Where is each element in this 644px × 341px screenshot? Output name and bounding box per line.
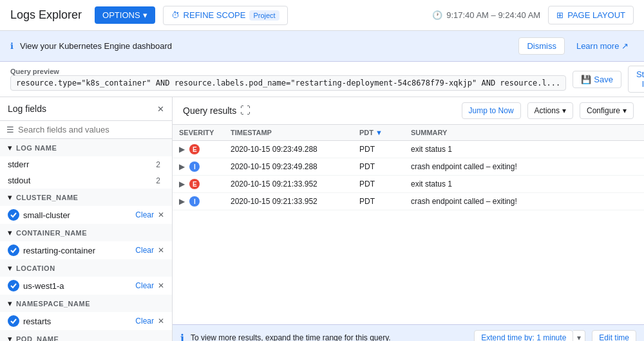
banner-text: View your Kubernetes Engine dashboard: [20, 41, 512, 51]
table-row[interactable]: ▶ I 2020-10-15 09:23:49.288 PDT crash en…: [173, 158, 644, 176]
content-header: Query results ⛶ Jump to Now Actions Conf…: [173, 97, 644, 125]
clear-namespace-button[interactable]: Clear: [135, 317, 154, 326]
section-label-cluster-name: CLUSTER_NAME: [16, 194, 78, 201]
sort-desc-icon: ▼: [375, 129, 383, 136]
field-name-location: us-west1-a: [23, 281, 131, 291]
query-bar: Query preview resource.type="k8s_contain…: [0, 62, 644, 97]
edit-time-button[interactable]: Edit time: [592, 330, 636, 341]
section-log-name[interactable]: LOG NAME: [0, 139, 172, 156]
check-circle-cluster: [8, 209, 19, 221]
section-label-log-name: LOG NAME: [16, 144, 57, 152]
field-stdout[interactable]: stdout 2: [0, 172, 172, 189]
cell-timestamp: 2020-10-15 09:23:49.288: [224, 141, 353, 158]
cell-pdt: PDT: [353, 141, 404, 158]
query-preview-label: Query preview: [10, 68, 566, 75]
app-title: Logs Explorer: [10, 8, 82, 22]
chevron-down-icon: [143, 10, 147, 20]
options-button[interactable]: OPTIONS: [95, 6, 155, 24]
page-layout-label: PAGE LAYOUT: [567, 10, 625, 20]
chevron-down-icon: [562, 106, 566, 115]
table-row[interactable]: ▶ I 2020-10-15 09:21:33.952 PDT crash en…: [173, 193, 644, 210]
expand-row-icon[interactable]: ▶: [179, 145, 185, 154]
log-table: SEVERITY TIMESTAMP PDT ▼ SUMMARY ▶: [173, 125, 644, 210]
info-icon: ℹ: [10, 41, 14, 51]
field-stderr[interactable]: stderr 2: [0, 156, 172, 172]
save-icon: 💾: [581, 75, 591, 84]
page-layout-button[interactable]: ⊞ PAGE LAYOUT: [548, 6, 634, 24]
cell-pdt: PDT: [353, 176, 404, 193]
clear-location-button[interactable]: Clear: [135, 281, 154, 290]
chevron-down-icon: [8, 228, 12, 237]
query-text[interactable]: resource.type="k8s_container" AND resour…: [10, 75, 566, 91]
expand-row-icon[interactable]: ▶: [179, 162, 185, 171]
table-row[interactable]: ▶ E 2020-10-15 09:23:49.288 PDT exit sta…: [173, 141, 644, 158]
sidebar-content: LOG NAME stderr 2 stdout 2 CLUSTER_NAME …: [0, 139, 172, 341]
col-header-pdt[interactable]: PDT ▼: [353, 125, 404, 141]
layout-icon: ⊞: [556, 10, 564, 20]
refine-scope-label: REFINE SCOPE: [184, 10, 246, 20]
remove-namespace-icon[interactable]: ✕: [158, 317, 164, 326]
cell-timestamp: 2020-10-15 09:23:49.288: [224, 158, 353, 176]
expand-results-icon[interactable]: ⛶: [240, 105, 251, 116]
dismiss-button[interactable]: Dismiss: [518, 37, 565, 55]
search-box[interactable]: ☰: [0, 121, 172, 139]
refine-scope-button[interactable]: ⏱ REFINE SCOPE Project: [163, 6, 288, 25]
severity-badge: E: [189, 144, 200, 154]
table-row[interactable]: ▶ E 2020-10-15 09:21:33.952 PDT exit sta…: [173, 176, 644, 193]
chevron-down-icon: [8, 334, 12, 341]
configure-button[interactable]: Configure: [580, 102, 634, 119]
check-circle-namespace: [8, 315, 19, 327]
remove-cluster-icon[interactable]: ✕: [158, 210, 164, 219]
search-icon: ☰: [6, 125, 14, 134]
learn-more-button[interactable]: Learn more ↗: [571, 38, 634, 54]
filter-namespace: restarts Clear ✕: [0, 312, 172, 330]
save-button[interactable]: 💾 Save: [573, 71, 621, 88]
clear-container-button[interactable]: Clear: [135, 246, 154, 255]
search-input[interactable]: [18, 125, 166, 134]
section-namespace-name[interactable]: NAMESPACE_NAME: [0, 295, 172, 312]
filter-small-cluster: small-cluster Clear ✕: [0, 206, 172, 224]
section-pod-name[interactable]: POD_NAME: [0, 330, 172, 341]
clear-cluster-button[interactable]: Clear: [135, 210, 154, 219]
extend-dropdown-button[interactable]: [573, 330, 585, 341]
actions-button[interactable]: Actions: [527, 102, 573, 119]
content-area: Query results ⛶ Jump to Now Actions Conf…: [173, 97, 644, 341]
info-bar: ℹ To view more results, expand the time …: [173, 324, 644, 341]
project-badge: Project: [249, 10, 279, 21]
info-icon: ℹ: [180, 332, 184, 342]
section-label-namespace-name: NAMESPACE_NAME: [16, 300, 90, 308]
cell-summary: exit status 1: [404, 141, 644, 158]
chevron-down-icon: [623, 106, 627, 115]
expand-row-icon[interactable]: ▶: [179, 197, 185, 206]
header: Logs Explorer OPTIONS ⏱ REFINE SCOPE Pro…: [0, 0, 644, 31]
section-cluster-name[interactable]: CLUSTER_NAME: [0, 189, 172, 206]
field-name-cluster: small-cluster: [23, 210, 131, 220]
clock-icon: 🕐: [432, 10, 442, 20]
close-icon[interactable]: ✕: [157, 104, 164, 114]
cell-pdt: PDT: [353, 193, 404, 210]
info-text: To view more results, expand the time ra…: [191, 333, 468, 341]
field-count-stderr: 2: [156, 160, 160, 169]
cell-timestamp: 2020-10-15 09:21:33.952: [224, 176, 353, 193]
severity-badge: I: [189, 161, 200, 172]
remove-location-icon[interactable]: ✕: [158, 281, 164, 290]
sidebar-title: Log fields: [8, 104, 46, 114]
kubernetes-banner: ℹ View your Kubernetes Engine dashboard …: [0, 31, 644, 62]
cell-timestamp: 2020-10-15 09:21:33.952: [224, 193, 353, 210]
time-range: 🕐 9:17:40 AM – 9:24:40 AM: [432, 10, 540, 20]
remove-container-icon[interactable]: ✕: [158, 246, 164, 255]
section-location[interactable]: LOCATION: [0, 259, 172, 277]
stream-logs-button[interactable]: Stream logs: [628, 66, 644, 93]
expand-row-icon[interactable]: ▶: [179, 180, 185, 189]
extend-time-button[interactable]: Extend time by: 1 minute: [474, 330, 573, 341]
jump-to-now-button[interactable]: Jump to Now: [462, 102, 521, 119]
cell-severity: ▶ E: [173, 141, 224, 158]
col-header-timestamp: TIMESTAMP: [224, 125, 353, 141]
field-count-stdout: 2: [156, 176, 160, 185]
configure-label: Configure: [587, 106, 620, 115]
field-name-stderr: stderr: [8, 160, 152, 169]
filter-restarting-container: restarting-container Clear ✕: [0, 241, 172, 259]
query-results-label: Query results: [183, 106, 236, 116]
field-name-namespace: restarts: [23, 317, 131, 326]
section-container-name[interactable]: CONTAINER_NAME: [0, 224, 172, 241]
